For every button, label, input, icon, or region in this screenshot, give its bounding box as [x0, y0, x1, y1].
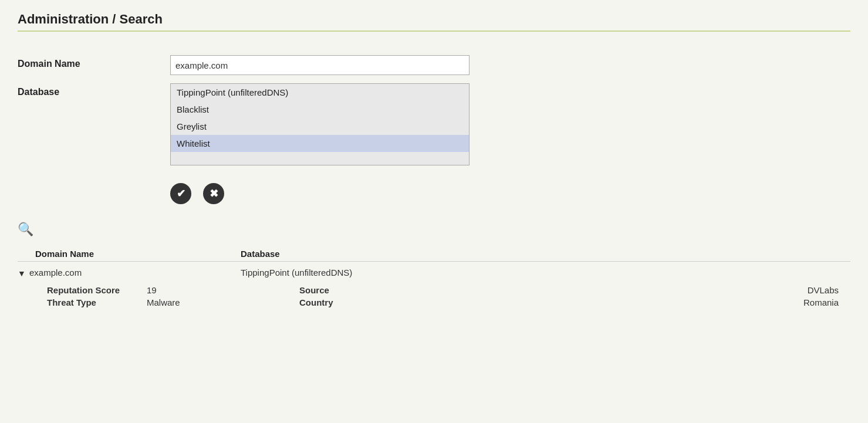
cancel-button[interactable]: ✖ — [203, 183, 224, 204]
page-wrapper: Administration / Search Domain Name Data… — [0, 0, 868, 423]
results-header: Domain Name Database — [18, 246, 850, 262]
source-label: Source — [299, 285, 428, 295]
x-icon: ✖ — [210, 187, 218, 200]
database-listbox[interactable]: TippingPoint (unfilteredDNS) Blacklist G… — [170, 83, 470, 165]
results-section: Domain Name Database ▼ example.com Tippi… — [18, 246, 850, 307]
results-domain-value: example.com — [29, 268, 241, 278]
search-icon-row: 🔍 — [18, 222, 850, 237]
detail-row-2: Threat Type Malware Country Romania — [18, 297, 850, 307]
country-label: Country — [299, 297, 428, 307]
source-value: DVLabs — [428, 285, 850, 295]
listbox-item-blacklist[interactable]: Blacklist — [171, 101, 469, 118]
database-listbox-wrapper: TippingPoint (unfilteredDNS) Blacklist G… — [170, 83, 470, 165]
confirm-button[interactable]: ✔ — [170, 183, 191, 204]
listbox-item-whitelist[interactable]: Whitelist — [171, 135, 469, 152]
country-value: Romania — [428, 297, 850, 307]
domain-name-input[interactable] — [170, 55, 470, 75]
results-database-value: TippingPoint (unfilteredDNS) — [241, 268, 850, 278]
domain-name-row: Domain Name — [18, 55, 850, 75]
search-icon[interactable]: 🔍 — [18, 222, 33, 236]
results-header-database: Database — [241, 249, 850, 259]
results-toggle[interactable]: ▼ — [18, 268, 29, 278]
threat-type-value: Malware — [147, 297, 299, 307]
form-section: Domain Name Database TippingPoint (unfil… — [18, 55, 850, 165]
listbox-item-tippingpoint[interactable]: TippingPoint (unfilteredDNS) — [171, 84, 469, 101]
results-row: ▼ example.com TippingPoint (unfilteredDN… — [18, 265, 850, 280]
domain-input-wrapper — [170, 55, 470, 75]
page-title: Administration / Search — [18, 12, 850, 32]
database-label: Database — [18, 83, 170, 97]
action-buttons: ✔ ✖ — [170, 183, 850, 204]
reputation-score-label: Reputation Score — [18, 285, 147, 295]
results-detail-rows: Reputation Score 19 Source DVLabs Threat… — [18, 285, 850, 307]
threat-type-label: Threat Type — [18, 297, 147, 307]
checkmark-icon: ✔ — [177, 187, 185, 200]
results-header-domain-name: Domain Name — [18, 249, 241, 259]
listbox-item-greylist[interactable]: Greylist — [171, 118, 469, 135]
detail-row-1: Reputation Score 19 Source DVLabs — [18, 285, 850, 295]
database-row: Database TippingPoint (unfilteredDNS) Bl… — [18, 83, 850, 165]
domain-name-label: Domain Name — [18, 55, 170, 69]
reputation-score-value: 19 — [147, 285, 299, 295]
